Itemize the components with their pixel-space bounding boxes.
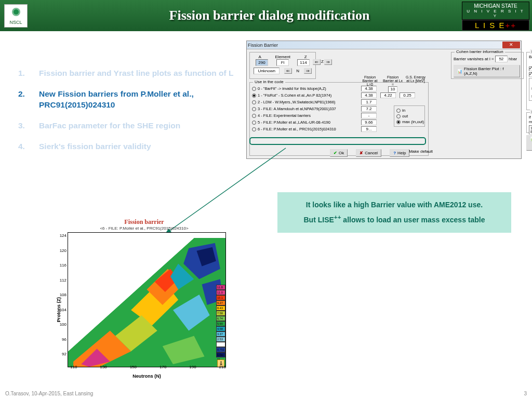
model-radio-row[interactable]: 2 - LDM - W.Myers.,W.Swiatecki,NP81(1966…	[252, 99, 426, 105]
model-radio-row[interactable]: 6 - FILE: P.Moller et al., PRC91(2015)02…	[252, 126, 426, 132]
radio-icon[interactable]	[252, 121, 256, 125]
file-note: if FILE data are absent then use LDM mod…	[529, 115, 532, 124]
ok-label: Ok	[339, 151, 344, 155]
chart-title: Fission barrier	[52, 218, 236, 226]
use-in-code-title: Use in the code	[253, 79, 285, 84]
callout-line2c: allows to load an user mass excess table	[341, 216, 485, 224]
z-input[interactable]: 114	[297, 59, 310, 66]
barfac-label: Barfac =	[529, 55, 532, 59]
models-012-title: For models # 0,1,2	[530, 49, 532, 54]
cancel-button[interactable]: ✘Cancel	[356, 149, 381, 157]
z-left-button[interactable]: ⇐	[313, 59, 321, 65]
lise-plus: ++	[505, 21, 516, 30]
lise-shell-checkbox[interactable]	[529, 66, 532, 71]
z-label: Z	[304, 55, 307, 59]
odd-even-group: Odd-Even Delta parameters default for Pr…	[529, 78, 532, 101]
radio-icon[interactable]	[252, 114, 256, 118]
help-label: Help	[397, 151, 406, 155]
fission-barrier-dialog: Fission Barrier ✕ AElementZ 290 Fl 114 U…	[246, 41, 522, 159]
chart-subtitle: <6 - FILE: P.Moller et al., PRC91(2015)0…	[52, 226, 236, 231]
z2-label: Z	[321, 59, 324, 65]
highlight-box	[249, 137, 426, 145]
inout-radio[interactable]	[396, 120, 401, 124]
chart-legend: 11.811.010.19.278.437.586.745.904.583.37…	[216, 285, 225, 357]
lise-text: L I S E	[475, 21, 505, 30]
fission-plot-button[interactable]: 📊Fission Barrier Plot : f (A,Z,N)	[454, 65, 520, 77]
ldm-model-combo[interactable]: 1 - "FisRot" - S.Cohen et al.,An.P 82(19…	[529, 125, 532, 135]
models-34-title: For models # 3,4	[530, 110, 532, 114]
fission-chart: Fission barrier <6 - FILE: P.Moller et a…	[52, 218, 236, 379]
el-input[interactable]: Fl	[276, 59, 289, 66]
msu-lise-logo: MICHIGAN STATEU N I V E R S I T Y L I S …	[462, 2, 529, 31]
radio-icon[interactable]	[252, 94, 256, 98]
model-radio-row[interactable]: 1 - "FisRot" - S.Cohen et al.,An.P 82(19…	[252, 92, 426, 98]
dialog-title: Fission Barrier	[248, 43, 278, 48]
n-label: N	[296, 69, 299, 73]
outline-item: 2.New Fission barriers from P.Moller et …	[18, 88, 236, 111]
right-arrow-button[interactable]: ⇒	[304, 68, 312, 74]
page-title: Fission barrier dialog modification	[7, 8, 532, 23]
radio-icon[interactable]	[252, 127, 256, 131]
chart-xticks: 110130150170190210	[70, 365, 226, 369]
a-input[interactable]: 290	[256, 59, 268, 66]
callout-line1: It looks like a high Barrier value with …	[287, 198, 502, 211]
chart-yticks: 1241201161121081041009692	[58, 229, 66, 362]
barrier-vanishes-value[interactable]: 52	[495, 56, 508, 62]
header-bar: NSCL Fission barrier dialog modification…	[0, 0, 532, 31]
make-default-label: Make default	[409, 149, 433, 154]
cohen-title: Cohen barrier information	[455, 49, 505, 54]
ok-button[interactable]: ✔Ok	[330, 149, 348, 157]
page-number: 3	[524, 391, 527, 396]
cohen-group: Cohen barrier information Barrier vanish…	[451, 52, 524, 79]
outline-item: 1.Fission barrier and Yrast line plots a…	[18, 68, 236, 79]
odd-even-checkbox[interactable]	[529, 72, 532, 77]
chart-xlabel: Neutrons (N)	[57, 374, 236, 379]
help-button[interactable]: ?Help	[390, 149, 409, 157]
radio-icon[interactable]	[252, 100, 256, 104]
fission-plot-label: Fission Barrier Plot : f (A,Z,N)	[464, 66, 516, 76]
radio-icon[interactable]	[252, 87, 256, 91]
footer-left: O.Tarasov, 10-Apr-2015, East Lansing	[5, 391, 93, 396]
inout-radio[interactable]	[396, 109, 401, 113]
left-arrow-button[interactable]: ⇐	[284, 68, 292, 74]
aez-group: AElementZ 290 Fl 114 Unknown ⇐ N ⇒ ⇐Z⇒	[249, 52, 316, 79]
cancel-label: Cancel	[365, 151, 378, 155]
inout-radio[interactable]	[396, 114, 401, 118]
outline-list: 1.Fission barrier and Yrast line plots a…	[18, 68, 236, 161]
hbar-unit: hbar	[509, 57, 517, 61]
outline-item: 4.Sierk's fission barrier validity	[18, 141, 236, 152]
slide-footer: O.Tarasov, 10-Apr-2015, East Lansing 3	[5, 391, 527, 396]
callout-box: It looks like a high Barrier value with …	[277, 192, 511, 233]
close-icon[interactable]: ✕	[502, 42, 520, 48]
plot-yrast-button[interactable]: 📊1.Fission Barrier Plot: f(L) 2.Yrast Li…	[526, 135, 532, 151]
msu-bot: U N I V E R S I T Y	[463, 9, 528, 18]
el-label: Element	[275, 55, 290, 59]
callout-superscript: ++	[334, 214, 341, 220]
a-label: A	[258, 55, 261, 59]
outline-item: 3.BarFac parameter for the SHE region	[18, 120, 236, 131]
barrier-vanishes-label: Barrier vanishes at l =	[454, 57, 494, 61]
callout-line2a: But LISE	[304, 216, 334, 224]
z-right-button[interactable]: ⇒	[324, 59, 332, 65]
radio-icon[interactable]	[252, 107, 256, 111]
models-012-group: For models # 0,1,2 Barfac = 9.9 factor t…	[526, 52, 532, 110]
unknown-field: Unknown	[254, 68, 280, 74]
chart-area: 11.811.010.19.278.437.586.745.904.583.37…	[68, 232, 226, 367]
dialog-titlebar[interactable]: Fission Barrier ✕	[247, 41, 521, 49]
msu-top: MICHIGAN STATE	[463, 3, 528, 9]
models-34-group: For models # 3,4 if FILE data are absent…	[526, 112, 532, 133]
